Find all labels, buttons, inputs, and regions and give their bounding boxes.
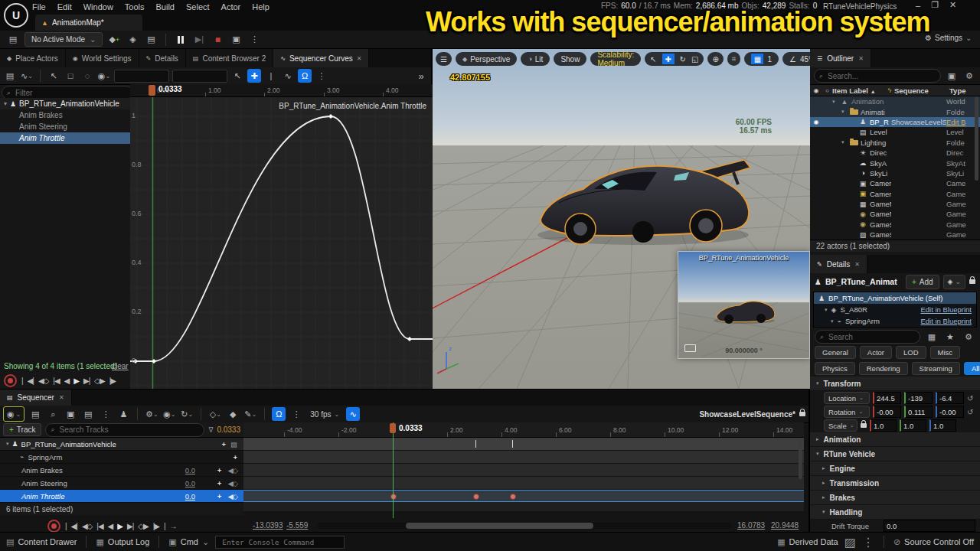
timeline-row-anim-brakes[interactable] [243,464,804,477]
playback-range-end-field[interactable]: 20.9448 [771,521,799,530]
chevron-down-icon[interactable]: ▾ [825,307,828,313]
curve-tree-item-brakes[interactable]: Anim Brakes [0,109,130,121]
close-icon[interactable]: ✕ [858,55,864,62]
curve-tree-item-steering[interactable]: Anim Steering [0,121,130,132]
menu-edit[interactable]: Edit [57,2,72,11]
play-reverse-button[interactable]: ◀ [64,377,70,385]
component-row-self[interactable]: ♟ BP_RTune_AnimationVehicle (Self) [814,292,976,304]
keyframe-dot[interactable] [473,494,479,500]
pause-button[interactable] [174,33,188,47]
curve-filter-input[interactable] [14,88,128,98]
close-icon[interactable]: ✕ [357,55,362,62]
eye-column-icon[interactable]: ◉ [810,87,822,94]
visibility-dropdown[interactable]: ◉⌄ [97,69,111,83]
curve-graph[interactable]: 1 0.8 0.6 0.4 0.2 0 BP_RTune_AnimationVe… [130,97,433,389]
location-y-field[interactable]: -139 [904,392,933,404]
step-forward-button[interactable]: |▶ [153,522,159,530]
spawnable-column-icon[interactable]: ϟ [885,86,894,94]
scale-tool-icon[interactable]: ◱ [691,55,698,64]
chip-physics[interactable]: Physics [815,362,855,375]
location-dropdown[interactable]: Location⌄ [824,392,870,404]
details-search[interactable]: ⌕ [815,330,920,344]
add-actor-to-sequencer-icon[interactable]: ♟ [116,407,130,421]
chip-misc[interactable]: Misc [930,346,961,359]
lock-icon[interactable] [969,279,975,284]
section-handling[interactable]: ▾Handling [810,505,980,520]
chevron-down-icon[interactable]: ▾ [4,100,7,107]
scale-dropdown[interactable]: Scale⌄ [824,419,858,432]
rotate-tool-icon[interactable]: ↻ [680,55,686,64]
cmd-dropdown[interactable]: ▣Cmd⌄ [168,537,209,547]
move-tool-icon[interactable]: ✚ [662,54,675,64]
key-nav-icons[interactable]: ◀◇ [227,466,237,474]
edit-mode-dropdown[interactable]: ✎⌄ [243,407,257,421]
add-actor-icon[interactable]: ◆+ [107,33,121,47]
curve-editor-toggle-icon[interactable]: ∿ [346,407,360,421]
next-key-button[interactable]: ◇▶ [94,377,104,385]
close-icon[interactable]: ✕ [59,394,64,401]
chip-streaming[interactable]: Streaming [912,362,960,375]
tab-content-browser[interactable]: ▤Content Browser 2 [186,49,273,67]
edit-in-blueprint-link[interactable]: Edit in Blueprint [920,305,972,314]
sequencer-settings-dropdown[interactable]: ⚙⌄ [145,407,158,421]
rotation-x-field[interactable]: -0.00 [873,406,901,418]
step-forward-button[interactable]: |▶ [109,377,116,385]
menu-actor[interactable]: Actor [221,2,241,11]
curve-tree-item-throttle[interactable]: Anim Throttle [0,132,130,144]
retime-tool-icon[interactable]: | [264,69,278,83]
key-nav-icons[interactable]: ◀◇ [227,479,237,487]
track-row-anim-throttle[interactable]: Anim Throttle 0.0 + ◀◇ [0,490,243,503]
outliner-search-input[interactable] [826,71,936,81]
jump-end-button[interactable]: → [170,522,177,530]
sequence-browse-dropdown[interactable]: ◉⌄ [3,406,24,422]
outliner-row-gamemode[interactable]: ▦ GameMGame [810,199,980,209]
outliner-row-gamestate[interactable]: ▨ GameSGame [810,230,980,240]
key-options-dropdown[interactable]: ◇⌄ [208,407,222,421]
eject-gamepad-icon[interactable]: ▣ [229,33,243,47]
view-range-start-field[interactable]: -5.559 [286,521,308,530]
prev-key-button[interactable]: ◀◇ [38,377,48,385]
record-button[interactable] [47,520,60,533]
content-drawer-button[interactable]: ▤Content Drawer [6,537,77,547]
current-time-field[interactable]: 0.0333 [217,425,240,434]
step-back-button[interactable]: ◀| [28,377,34,385]
curve-tree-root[interactable]: ▾ ♟ BP_RTune_AnimationVehicle [0,98,130,109]
section-brakes[interactable]: ▸Brakes [810,491,980,505]
outliner-row-directional-light[interactable]: ☀ DirecDirec [810,148,980,158]
pin-column-icon[interactable]: ○ [822,87,832,94]
play-button[interactable]: ▶ [117,522,122,530]
tab-details[interactable]: ✎ Details ✕ [810,255,867,273]
save-icon[interactable]: ▤ [6,33,20,47]
tab-sequencer[interactable]: ▤ Sequencer ✕ [0,390,72,406]
playback-options-dropdown[interactable]: ↻⌄ [180,407,194,421]
tab-details-left[interactable]: ✎Details [139,49,186,67]
timeline-row-anim-steering[interactable] [243,477,804,490]
outliner-row-gamesession[interactable]: ◉ GameSGame [810,220,980,230]
camera-preview[interactable]: BP_RTune_AnimationVehicle 90.000000 ° [678,251,810,359]
tab-world-settings[interactable]: ◉World Settings [66,49,139,67]
add-key-icon[interactable]: + [217,479,222,487]
timeline-scrollbar-track[interactable] [318,523,731,529]
transform-mode-icon[interactable]: ✚ [247,69,261,83]
snap-options-dots[interactable]: ⋮ [289,407,303,421]
world-space-icon[interactable]: ⊕ [707,52,723,66]
browse-sequence-icon[interactable]: ⌕ [46,407,60,421]
status-dots-icon[interactable]: ⋮ [862,535,874,549]
snap-magnet-icon[interactable]: Ω [272,407,286,421]
chevron-down-icon[interactable]: ▾ [831,318,834,324]
select-tool-icon[interactable]: ↖ [650,55,656,64]
scale-lock-icon[interactable] [861,423,867,428]
location-z-field[interactable]: -6.4 [936,392,964,404]
clear-selection-link[interactable]: clear [112,362,129,370]
chip-rendering[interactable]: Rendering [859,362,908,375]
favorites-star-icon[interactable]: ★ [943,331,957,342]
unreal-logo-icon[interactable]: U [4,3,28,28]
scalability-badge[interactable]: Scalability: Medium [590,52,641,66]
component-row-springarm[interactable]: ▾ ⌁ SpringArm Edit in Blueprint [814,315,976,327]
show-dropdown[interactable]: Show [554,52,586,66]
track-search[interactable]: ⌕ [45,423,204,437]
sequencer-playhead-marker[interactable] [390,423,396,433]
component-row-mesh[interactable]: ▾ ◈ S_A80R Edit in Blueprint [814,304,976,315]
marquee-tool-icon[interactable]: □ [64,69,77,83]
create-camera-icon[interactable]: ▣ [64,407,77,421]
